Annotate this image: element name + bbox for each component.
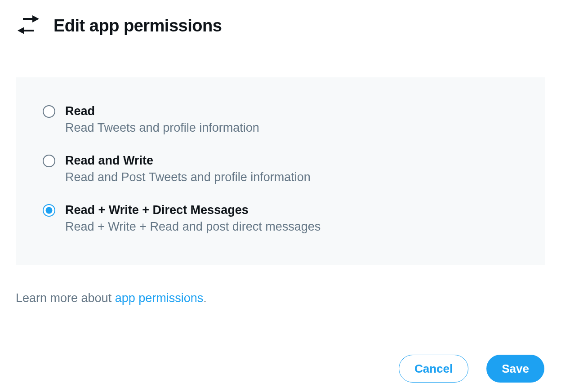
learn-more-text: Learn more about app permissions. (16, 291, 545, 305)
radio-read[interactable] (43, 105, 55, 118)
option-description: Read + Write + Read and post direct mess… (65, 220, 321, 234)
page-title: Edit app permissions (53, 16, 222, 36)
option-label: Read + Write + Direct Messages (65, 203, 321, 217)
option-label: Read and Write (65, 154, 311, 168)
save-button[interactable]: Save (486, 355, 544, 383)
option-text: Read and Write Read and Post Tweets and … (65, 154, 311, 184)
learn-more-prefix: Learn more about (16, 291, 115, 305)
radio-read-write-dm[interactable] (43, 204, 55, 217)
cancel-button[interactable]: Cancel (399, 355, 468, 383)
swap-arrows-icon (16, 13, 41, 38)
app-permissions-link[interactable]: app permissions (115, 291, 204, 305)
permission-option-read-write-dm[interactable]: Read + Write + Direct Messages Read + Wr… (43, 203, 518, 234)
learn-more-suffix: . (203, 291, 207, 305)
permissions-options-panel: Read Read Tweets and profile information… (16, 77, 545, 265)
page-header: Edit app permissions (16, 13, 545, 38)
permission-option-read[interactable]: Read Read Tweets and profile information (43, 104, 518, 135)
option-label: Read (65, 104, 259, 118)
footer-buttons: Cancel Save (16, 355, 545, 383)
option-text: Read + Write + Direct Messages Read + Wr… (65, 203, 321, 234)
permission-option-read-write[interactable]: Read and Write Read and Post Tweets and … (43, 154, 518, 184)
option-description: Read and Post Tweets and profile informa… (65, 170, 311, 184)
radio-read-write[interactable] (43, 155, 55, 167)
option-text: Read Read Tweets and profile information (65, 104, 259, 135)
option-description: Read Tweets and profile information (65, 121, 259, 135)
